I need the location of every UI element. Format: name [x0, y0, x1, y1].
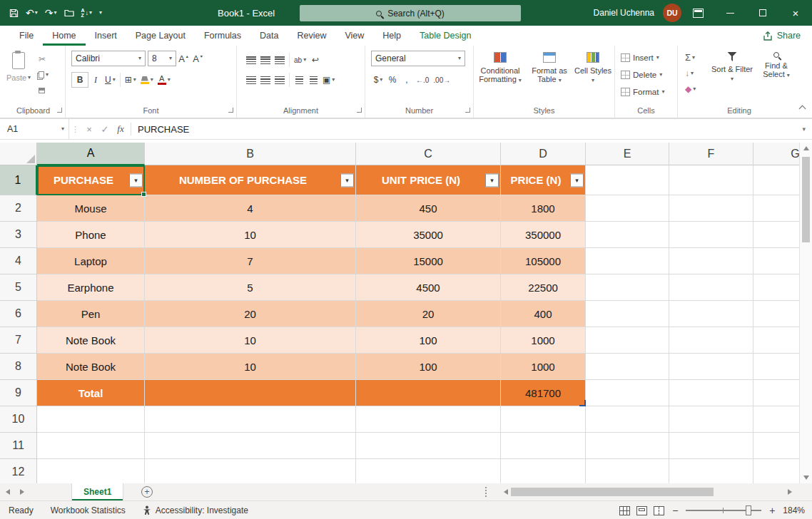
cell-B10[interactable] — [145, 406, 356, 433]
cell-A1[interactable]: PURCHASE▾ — [37, 165, 145, 195]
accessibility-status[interactable]: Accessibility: Investigate — [143, 505, 248, 515]
insert-function-button[interactable]: fx — [113, 119, 128, 139]
cell-D12[interactable] — [501, 459, 586, 483]
cut-button[interactable]: ✂ — [37, 52, 50, 66]
normal-view-button[interactable] — [619, 506, 630, 515]
customize-qat-button[interactable]: ▾ — [96, 0, 106, 26]
cell-F12[interactable] — [669, 459, 753, 483]
row-header-6[interactable]: 6 — [0, 301, 37, 327]
close-button[interactable]: × — [779, 0, 812, 26]
filter-button-A[interactable]: ▾ — [129, 173, 143, 187]
cell-B8[interactable]: 10 — [145, 354, 356, 380]
cell-G3[interactable] — [753, 222, 799, 248]
ribbon-tab-home[interactable]: Home — [43, 26, 85, 46]
filter-button-C[interactable]: ▾ — [485, 173, 499, 187]
ribbon-tab-table-design[interactable]: Table Design — [410, 26, 480, 46]
cell-E10[interactable] — [586, 406, 669, 433]
increase-decimal-button[interactable]: ←.0 — [414, 72, 431, 88]
cell-styles-button[interactable]: Cell Styles ▾ — [574, 46, 612, 101]
find-select-button[interactable]: Find & Select ▾ — [753, 46, 799, 101]
sheet-tab-sheet1[interactable]: Sheet1 — [71, 483, 123, 500]
cell-B12[interactable] — [145, 459, 356, 483]
zoom-slider[interactable] — [686, 510, 761, 511]
cell-C8[interactable]: 100 — [356, 354, 501, 380]
cell-D9[interactable]: 481700 — [501, 380, 586, 406]
bottom-align-button[interactable] — [273, 52, 287, 68]
row-header-4[interactable]: 4 — [0, 248, 37, 274]
insert-cells-button[interactable]: Insert▾ — [621, 50, 664, 65]
cell-D11[interactable] — [501, 433, 586, 459]
align-left-button[interactable] — [244, 72, 258, 88]
decrease-font-size-button[interactable]: A▾ — [191, 51, 205, 66]
align-right-button[interactable] — [273, 72, 287, 88]
zoom-slider-thumb[interactable] — [746, 505, 751, 515]
decrease-indent-button[interactable] — [292, 72, 306, 88]
row-header-3[interactable]: 3 — [0, 222, 37, 248]
merge-center-button[interactable]: ▣▾ — [320, 72, 337, 88]
cell-F2[interactable] — [669, 195, 753, 222]
middle-align-button[interactable] — [258, 52, 273, 68]
cell-D8[interactable]: 1000 — [501, 354, 586, 380]
chevron-down-icon[interactable]: ▾ — [89, 10, 92, 16]
column-header-D[interactable]: D — [501, 143, 586, 165]
cell-B11[interactable] — [145, 433, 356, 459]
wrap-text-button[interactable]: ↩ — [308, 52, 323, 68]
cell-E1[interactable] — [586, 165, 669, 195]
cell-C12[interactable] — [356, 459, 501, 483]
cell-B6[interactable]: 20 — [145, 301, 356, 327]
cell-E8[interactable] — [586, 354, 669, 380]
ribbon-tab-file[interactable]: File — [10, 26, 43, 46]
column-header-B[interactable]: B — [145, 143, 356, 165]
ribbon-display-options-icon[interactable] — [693, 9, 704, 18]
format-cells-button[interactable]: Format▾ — [621, 84, 664, 99]
cell-F3[interactable] — [669, 222, 753, 248]
row-header-7[interactable]: 7 — [0, 327, 37, 354]
workbook-statistics-button[interactable]: Workbook Statistics — [51, 505, 126, 515]
column-header-C[interactable]: C — [356, 143, 501, 165]
cell-A3[interactable]: Phone — [37, 222, 145, 248]
align-center-button[interactable] — [258, 72, 273, 88]
redo-button[interactable]: ↷▾ — [41, 0, 61, 26]
cell-C11[interactable] — [356, 433, 501, 459]
cell-C3[interactable]: 35000 — [356, 222, 501, 248]
tab-splitter[interactable] — [485, 487, 487, 497]
accounting-format-button[interactable]: $▾ — [371, 72, 385, 88]
alignment-dialog-launcher[interactable] — [357, 108, 362, 113]
cell-C6[interactable]: 20 — [356, 301, 501, 327]
clipboard-dialog-launcher[interactable] — [57, 108, 62, 113]
font-color-button[interactable]: A▾ — [156, 72, 173, 88]
cell-E3[interactable] — [586, 222, 669, 248]
page-break-view-button[interactable] — [654, 506, 664, 515]
save-button[interactable] — [6, 0, 22, 26]
maximize-button[interactable] — [746, 0, 779, 26]
cell-A2[interactable]: Mouse — [37, 195, 145, 222]
scroll-down-button[interactable] — [800, 472, 812, 483]
column-header-A[interactable]: A — [37, 143, 145, 165]
decrease-decimal-button[interactable]: .00→ — [431, 72, 452, 88]
number-format-select[interactable]: General▾ — [371, 51, 465, 66]
cell-G4[interactable] — [753, 248, 799, 274]
column-header-G[interactable]: G — [753, 143, 799, 165]
percent-style-button[interactable]: % — [385, 72, 400, 88]
increase-font-size-button[interactable]: A▴ — [176, 51, 191, 66]
enter-button[interactable]: ✓ — [97, 119, 113, 139]
number-dialog-launcher[interactable] — [465, 108, 470, 113]
sort-filter-button[interactable]: Sort & Filter ▾ — [711, 46, 753, 101]
cell-E9[interactable] — [586, 380, 669, 406]
ribbon-tab-formulas[interactable]: Formulas — [195, 26, 250, 46]
vertical-scrollbar[interactable] — [799, 143, 812, 483]
sheet-nav-prev-button[interactable] — [1, 483, 14, 500]
top-align-button[interactable] — [244, 52, 258, 68]
cell-D10[interactable] — [501, 406, 586, 433]
name-box[interactable]: A1▾ — [0, 119, 69, 139]
cell-E2[interactable] — [586, 195, 669, 222]
search-box[interactable]: Search (Alt+Q) — [300, 5, 521, 21]
cell-C5[interactable]: 4500 — [356, 274, 501, 301]
font-dialog-launcher[interactable] — [228, 108, 233, 113]
orientation-button[interactable]: ab▾ — [292, 52, 308, 68]
select-all-button[interactable] — [0, 143, 37, 165]
fill-color-button[interactable]: ▾ — [138, 72, 156, 88]
chevron-down-icon[interactable]: ▾ — [54, 10, 56, 16]
paste-button[interactable]: Paste▾ — [3, 46, 34, 103]
row-header-1[interactable]: 1 — [0, 165, 37, 195]
